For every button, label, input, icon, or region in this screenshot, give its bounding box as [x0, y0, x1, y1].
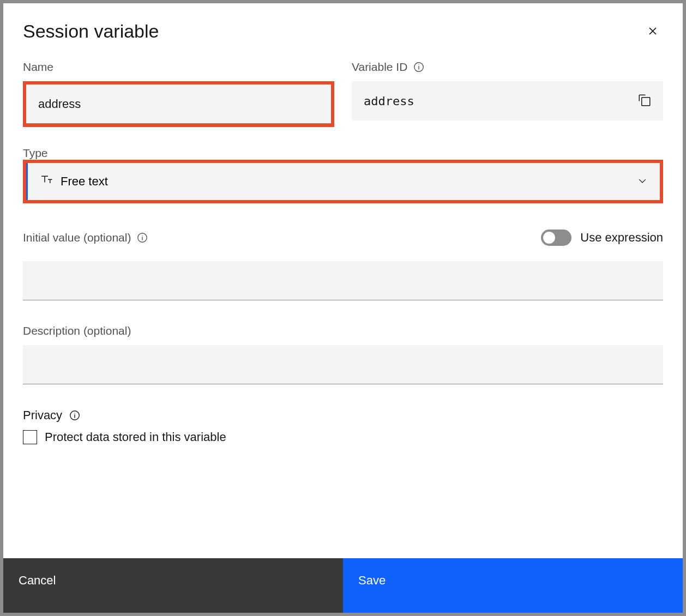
description-label: Description (optional)	[23, 324, 663, 337]
modal-footer: Cancel Save	[3, 558, 683, 613]
close-icon	[646, 24, 660, 40]
copy-icon	[638, 94, 651, 108]
modal-body: Session variable Name Variable ID	[3, 3, 683, 558]
name-label: Name	[23, 61, 334, 74]
info-icon[interactable]	[413, 61, 425, 73]
privacy-checkbox-row: Protect data stored in this variable	[23, 430, 663, 444]
initial-value-label: Initial value (optional)	[23, 231, 148, 244]
type-field: Type Free text	[23, 147, 663, 203]
modal-title: Session variable	[23, 21, 159, 42]
use-expression-label: Use expression	[580, 231, 663, 245]
variable-id-label: Variable ID	[352, 61, 663, 74]
variable-id-label-text: Variable ID	[352, 61, 407, 74]
use-expression-toggle-wrap: Use expression	[541, 230, 663, 246]
variable-id-value: address	[364, 94, 414, 108]
name-field: Name	[23, 61, 334, 127]
type-dropdown-content: Free text	[40, 173, 108, 190]
privacy-label: Privacy	[23, 408, 663, 422]
save-button[interactable]: Save	[343, 558, 683, 613]
privacy-checkbox-label: Protect data stored in this variable	[45, 430, 226, 444]
description-field: Description (optional)	[23, 324, 663, 384]
name-input[interactable]	[26, 84, 331, 124]
initial-value-label-text: Initial value (optional)	[23, 231, 131, 244]
modal-header: Session variable	[23, 21, 663, 43]
toggle-knob	[543, 232, 555, 244]
variable-id-field: Variable ID address	[352, 61, 663, 127]
variable-id-display: address	[352, 81, 663, 120]
info-icon[interactable]	[136, 232, 148, 244]
close-button[interactable]	[642, 21, 663, 43]
use-expression-toggle[interactable]	[541, 230, 571, 246]
type-value: Free text	[61, 174, 108, 189]
copy-button[interactable]	[638, 94, 651, 108]
privacy-field: Privacy Protect data stored in this vari…	[23, 408, 663, 444]
name-highlight	[23, 81, 334, 127]
privacy-label-text: Privacy	[23, 408, 62, 422]
type-dropdown[interactable]: Free text	[26, 163, 660, 200]
info-icon[interactable]	[69, 409, 81, 421]
chevron-down-icon	[637, 176, 648, 188]
session-variable-modal: Session variable Name Variable ID	[3, 3, 683, 613]
description-input[interactable]	[23, 345, 663, 384]
initial-value-field: Initial value (optional) Use expression	[23, 230, 663, 300]
initial-value-input[interactable]	[23, 261, 663, 300]
name-id-row: Name Variable ID address	[23, 61, 663, 127]
type-label: Type	[23, 147, 48, 159]
text-type-icon	[40, 173, 53, 190]
type-highlight: Free text	[23, 160, 663, 203]
initial-value-header: Initial value (optional) Use expression	[23, 230, 663, 246]
cancel-button[interactable]: Cancel	[3, 558, 343, 613]
privacy-checkbox[interactable]	[23, 430, 37, 444]
